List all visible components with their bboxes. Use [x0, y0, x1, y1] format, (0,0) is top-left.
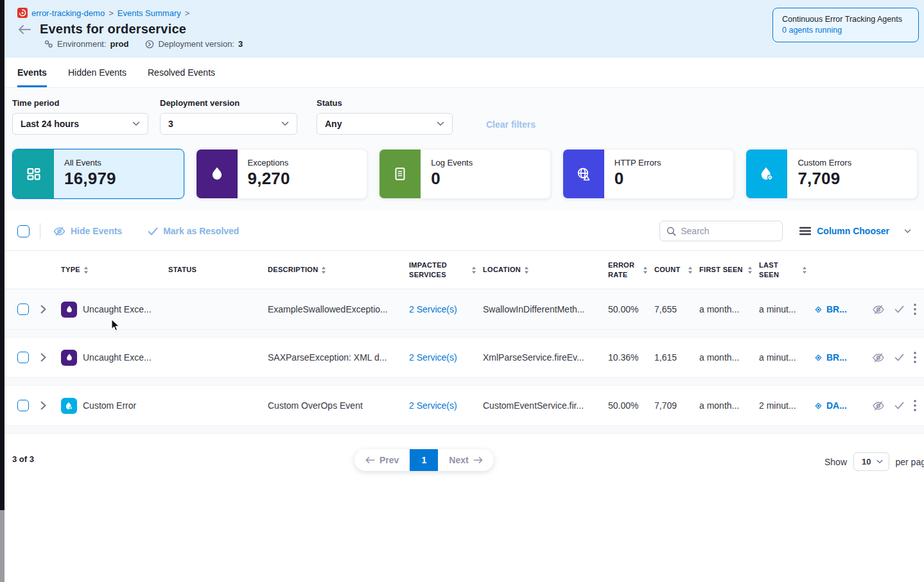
card-label: Log Events — [431, 158, 473, 167]
impacted-services-link[interactable]: 2 Service(s) — [409, 352, 483, 363]
row-checkbox[interactable] — [17, 400, 29, 411]
row-menu-kebab-icon[interactable] — [914, 400, 916, 411]
column-header-description[interactable]: DESCRIPTION — [268, 265, 409, 275]
error-rate-cell: 50.00% — [608, 304, 654, 314]
tab-hidden-events[interactable]: Hidden Events — [68, 58, 126, 87]
grid-icon — [13, 150, 54, 198]
arrow-right-icon — [473, 456, 483, 464]
hide-event-icon[interactable] — [872, 305, 885, 314]
flame-gear-icon — [746, 150, 787, 198]
stat-card-log-events[interactable]: Log Events 0 — [379, 149, 551, 199]
eye-off-icon — [53, 227, 65, 236]
card-label: All Events — [64, 158, 116, 167]
column-chooser-button[interactable]: Column Chooser — [799, 226, 911, 236]
row-expand-chevron-icon[interactable] — [40, 305, 61, 314]
stat-card-custom-errors[interactable]: Custom Errors 7,709 — [745, 149, 918, 199]
tab-resolved-events-label: Resolved Events — [148, 67, 215, 78]
resolve-event-icon[interactable] — [894, 354, 904, 361]
impacted-services-link[interactable]: 2 Service(s) — [409, 304, 483, 314]
diamond-icon — [814, 401, 823, 411]
time-period-select[interactable]: Last 24 hours — [12, 113, 148, 135]
stat-card-exceptions[interactable]: Exceptions 9,270 — [196, 149, 368, 199]
event-type-label: Custom Error — [83, 400, 136, 411]
column-chooser-label: Column Chooser — [817, 226, 889, 236]
environment-value: prod — [110, 39, 129, 49]
deployment-version-value: 3 — [238, 39, 243, 49]
column-header-last-seen[interactable]: LAST SEEN — [759, 261, 814, 280]
per-page-label: per page — [896, 457, 924, 467]
mark-resolved-button[interactable]: Mark as Resolved — [148, 226, 239, 236]
document-icon — [379, 150, 421, 198]
resolve-event-icon[interactable] — [894, 305, 904, 313]
back-arrow-icon[interactable] — [17, 24, 31, 35]
version-label: DA... — [826, 400, 847, 411]
impacted-services-link[interactable]: 2 Service(s) — [409, 400, 483, 411]
stat-card-all-events[interactable]: All Events 16,979 — [12, 149, 184, 199]
tab-resolved-events[interactable]: Resolved Events — [148, 58, 215, 87]
tab-hidden-events-label: Hidden Events — [68, 67, 126, 78]
deployment-version-icon — [145, 40, 154, 49]
content: Hide Events Mark as Resolved Column Choo… — [4, 221, 924, 475]
search-box — [659, 221, 783, 241]
chevron-down-icon — [281, 121, 289, 126]
results-summary: 3 of 3 — [12, 454, 34, 464]
card-value: 0 — [615, 169, 661, 189]
column-header-status[interactable]: STATUS — [168, 265, 268, 275]
next-page-button[interactable]: Next — [438, 449, 493, 471]
last-seen-cell: a minut... — [759, 352, 814, 363]
row-checkbox[interactable] — [17, 304, 29, 315]
column-header-label: ERROR RATE — [608, 261, 634, 280]
resolve-event-icon[interactable] — [894, 402, 904, 409]
prev-page-button[interactable]: Prev — [354, 449, 410, 471]
table-body: Uncaught Exce... ExampleSwallowedExcepti… — [4, 289, 924, 434]
breadcrumb-separator: > — [109, 8, 114, 18]
error-rate-cell: 10.36% — [608, 352, 654, 363]
row-menu-kebab-icon[interactable] — [914, 304, 916, 315]
clear-filters-button[interactable]: Clear filters — [486, 119, 536, 130]
row-expand-chevron-icon[interactable] — [40, 401, 61, 410]
version-link[interactable]: DA... — [814, 400, 868, 411]
hide-event-icon[interactable] — [872, 401, 885, 411]
version-label: BR... — [826, 304, 847, 314]
column-header-impacted-services[interactable]: IMPACTED SERVICES — [409, 261, 483, 280]
column-header-count[interactable]: COUNT — [654, 265, 699, 275]
column-header-error-rate[interactable]: ERROR RATE — [608, 261, 654, 280]
tab-events[interactable]: Events — [17, 58, 47, 87]
filters-section: Time period Last 24 hours Deployment ver… — [4, 88, 924, 210]
page-size-value: 10 — [862, 457, 871, 466]
column-header-type[interactable]: TYPE — [61, 265, 168, 275]
row-expand-chevron-icon[interactable] — [40, 353, 61, 362]
status-select[interactable]: Any — [317, 113, 453, 135]
card-label: Exceptions — [248, 158, 290, 167]
last-seen-cell: 2 minut... — [759, 400, 814, 411]
column-header-first-seen[interactable]: FIRST SEEN — [699, 265, 759, 275]
environment-label: Environment: — [57, 39, 107, 49]
agents-running-link[interactable]: 0 agents running — [782, 25, 909, 36]
deployment-version-select[interactable]: 3 — [160, 113, 297, 135]
stat-card-http-errors[interactable]: HTTP Errors 0 — [562, 149, 735, 199]
count-cell: 7,709 — [654, 400, 699, 411]
version-link[interactable]: BR... — [814, 304, 868, 314]
collapsed-nav-strip — [0, 0, 4, 582]
column-header-label: DESCRIPTION — [268, 265, 318, 275]
column-header-location[interactable]: LOCATION — [483, 265, 608, 275]
breadcrumb-section-link[interactable]: Events Summary — [118, 8, 181, 18]
hide-event-icon[interactable] — [872, 353, 885, 363]
stat-cards-row: All Events 16,979 Exceptions 9,270 — [12, 149, 918, 199]
row-menu-kebab-icon[interactable] — [914, 352, 916, 363]
page-size-select[interactable]: 10 — [853, 452, 889, 471]
chevron-down-icon — [132, 121, 140, 126]
row-separator — [4, 425, 924, 434]
page-number-button[interactable]: 1 — [410, 449, 438, 471]
version-link[interactable]: BR... — [814, 352, 868, 363]
row-checkbox[interactable] — [17, 352, 29, 363]
search-input[interactable] — [681, 226, 771, 236]
breadcrumb-project-link[interactable]: error-tracking-demo — [31, 8, 105, 18]
hide-events-button[interactable]: Hide Events — [53, 226, 122, 236]
agents-status-box: Continuous Error Tracking Agents 0 agent… — [772, 8, 919, 42]
select-all-checkbox[interactable] — [17, 225, 30, 237]
sort-icon — [688, 266, 693, 274]
location-cell: CustomEventService.fir... — [483, 400, 608, 411]
next-label: Next — [449, 455, 468, 465]
flame-icon — [196, 150, 238, 198]
